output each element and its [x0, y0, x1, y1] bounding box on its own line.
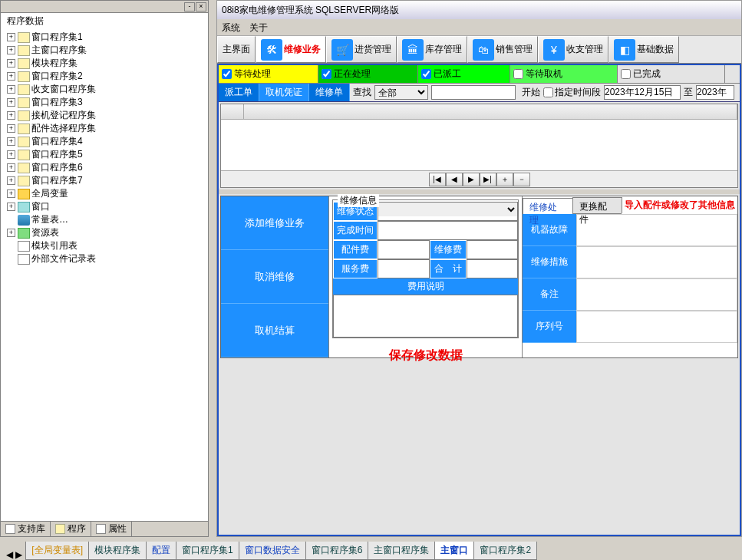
- expander-icon[interactable]: +: [7, 137, 15, 146]
- save-button[interactable]: 保存修改数据: [329, 341, 522, 370]
- tree[interactable]: + 窗口程序集1+ 主窗口程序集+ 模块程序集+ 窗口程序集2+: [1, 29, 208, 521]
- doc-tab[interactable]: 窗口程序集2: [473, 542, 537, 560]
- toolbar-进货管理[interactable]: 🛒进货管理: [326, 36, 397, 63]
- nav-button[interactable]: ◀: [446, 173, 463, 186]
- doc-tab[interactable]: 窗口程序集6: [305, 542, 369, 560]
- splitter[interactable]: [209, 0, 216, 537]
- field-value[interactable]: [576, 246, 737, 278]
- toolbar-维修业务[interactable]: 🛠维修业务: [256, 36, 326, 63]
- tree-item[interactable]: + 配件选择程序集: [4, 122, 205, 135]
- filter-checkbox[interactable]: [322, 69, 331, 79]
- filter-checkbox[interactable]: [621, 69, 631, 79]
- nav-button[interactable]: ＋: [496, 173, 513, 186]
- field-value[interactable]: [576, 311, 737, 343]
- date-from-input[interactable]: [604, 85, 681, 100]
- total-input[interactable]: [467, 260, 518, 274]
- tree-item[interactable]: + 窗口程序集6: [4, 161, 205, 174]
- tab-pickup[interactable]: 取机凭证: [259, 84, 309, 101]
- menu-about[interactable]: 关于: [249, 21, 268, 33]
- expander-icon[interactable]: +: [7, 176, 15, 185]
- expander-icon[interactable]: +: [7, 150, 15, 159]
- period-checkbox[interactable]: [543, 87, 553, 97]
- tree-item[interactable]: + 窗口程序集7: [4, 174, 205, 187]
- filter-checkbox[interactable]: [421, 69, 431, 79]
- field-value[interactable]: [576, 214, 737, 246]
- fee-note-textarea[interactable]: [333, 295, 518, 338]
- tree-item[interactable]: + 窗口程序集3: [4, 96, 205, 109]
- expander-icon[interactable]: +: [7, 124, 15, 133]
- nav-button[interactable]: ▶: [463, 173, 480, 186]
- nav-button[interactable]: －: [513, 173, 530, 186]
- tab-dispatch[interactable]: 派工单: [219, 84, 259, 101]
- tree-item[interactable]: 模块引用表: [4, 239, 205, 252]
- status-select[interactable]: [378, 203, 517, 216]
- doc-tab[interactable]: 配置: [146, 542, 176, 560]
- tree-item[interactable]: + 窗口程序集5: [4, 148, 205, 161]
- pickup-settle-button[interactable]: 取机结算: [221, 304, 328, 357]
- finish-time-input[interactable]: [378, 222, 517, 236]
- cancel-repair-button[interactable]: 取消维修: [221, 250, 328, 304]
- nav-button[interactable]: |◀: [429, 173, 446, 186]
- tree-item[interactable]: + 窗口: [4, 200, 205, 213]
- doc-tab[interactable]: [全局变量表]: [25, 542, 89, 560]
- tab-support-lib[interactable]: 支持库: [1, 522, 51, 536]
- tree-item[interactable]: + 收支窗口程序集: [4, 83, 205, 96]
- tab-repair-process[interactable]: 维修处理: [523, 198, 573, 214]
- part-fee-input[interactable]: [378, 241, 429, 255]
- doc-tab[interactable]: 主窗口程序集: [368, 542, 435, 560]
- expander-icon[interactable]: +: [7, 33, 15, 41]
- filter-正在处理[interactable]: 正在处理: [318, 65, 418, 83]
- expander-icon[interactable]: +: [7, 98, 15, 107]
- toolbar-基础数据[interactable]: ◧基础数据: [608, 36, 679, 63]
- toolbar-销售管理[interactable]: 🛍销售管理: [467, 36, 538, 63]
- search-input[interactable]: [431, 85, 516, 100]
- toolbar-库存管理[interactable]: 🏛库存管理: [397, 36, 467, 63]
- tree-item[interactable]: + 窗口程序集2: [4, 70, 205, 83]
- tree-item[interactable]: + 窗口程序集4: [4, 135, 205, 148]
- tree-item[interactable]: + 模块程序集: [4, 57, 205, 70]
- expander-icon[interactable]: +: [7, 46, 15, 54]
- tree-item[interactable]: 常量表…: [4, 213, 205, 226]
- filter-已完成[interactable]: 已完成: [618, 65, 725, 83]
- expander-icon[interactable]: +: [7, 189, 15, 198]
- search-scope-select[interactable]: 全部: [374, 85, 428, 100]
- filter-已派工[interactable]: 已派工: [418, 65, 510, 83]
- filter-等待处理[interactable]: 等待处理: [219, 65, 318, 83]
- expander-icon[interactable]: +: [7, 72, 15, 81]
- expander-icon[interactable]: +: [7, 59, 15, 68]
- expander-icon[interactable]: [7, 255, 15, 263]
- toolbar-收支管理[interactable]: ¥收支管理: [538, 36, 608, 63]
- expander-icon[interactable]: +: [7, 203, 15, 211]
- tree-item[interactable]: + 全局变量: [4, 187, 205, 200]
- nav-button[interactable]: ▶|: [480, 173, 496, 186]
- filter-checkbox[interactable]: [513, 69, 523, 79]
- tab-replace-parts[interactable]: 更换配件: [572, 197, 623, 213]
- filter-等待取机[interactable]: 等待取机: [510, 65, 618, 83]
- tree-item[interactable]: + 窗口程序集1: [4, 31, 205, 44]
- doc-tab[interactable]: 模块程序集: [88, 542, 147, 560]
- data-grid[interactable]: |◀◀▶▶|＋－: [220, 104, 738, 188]
- add-repair-button[interactable]: 添加维修业务: [221, 196, 328, 250]
- date-to-input[interactable]: [696, 85, 734, 100]
- expander-icon[interactable]: +: [7, 229, 15, 237]
- doc-tab[interactable]: 窗口数据安全: [239, 542, 306, 560]
- field-value[interactable]: [576, 278, 737, 311]
- expander-icon[interactable]: +: [7, 163, 15, 172]
- filter-checkbox[interactable]: [222, 69, 232, 79]
- tab-properties[interactable]: 属性: [91, 522, 132, 536]
- expander-icon[interactable]: [7, 242, 15, 250]
- tree-root[interactable]: 程序数据: [1, 13, 208, 29]
- expander-icon[interactable]: [7, 216, 15, 224]
- panel-min-button[interactable]: -: [184, 2, 195, 12]
- tree-item[interactable]: + 主窗口程序集: [4, 44, 205, 57]
- panel-close-button[interactable]: ×: [196, 2, 206, 12]
- tree-item[interactable]: + 资源表: [4, 226, 205, 239]
- repair-fee-input[interactable]: [467, 241, 518, 255]
- menu-system[interactable]: 系统: [222, 21, 240, 33]
- doc-tab-scroll[interactable]: ◀ ▶: [3, 549, 25, 560]
- tree-item[interactable]: 外部文件记录表: [4, 252, 205, 265]
- expander-icon[interactable]: +: [7, 111, 15, 120]
- service-fee-input[interactable]: [378, 260, 429, 274]
- doc-tab[interactable]: 窗口程序集1: [176, 542, 239, 560]
- tab-repair[interactable]: 维修单: [309, 84, 350, 101]
